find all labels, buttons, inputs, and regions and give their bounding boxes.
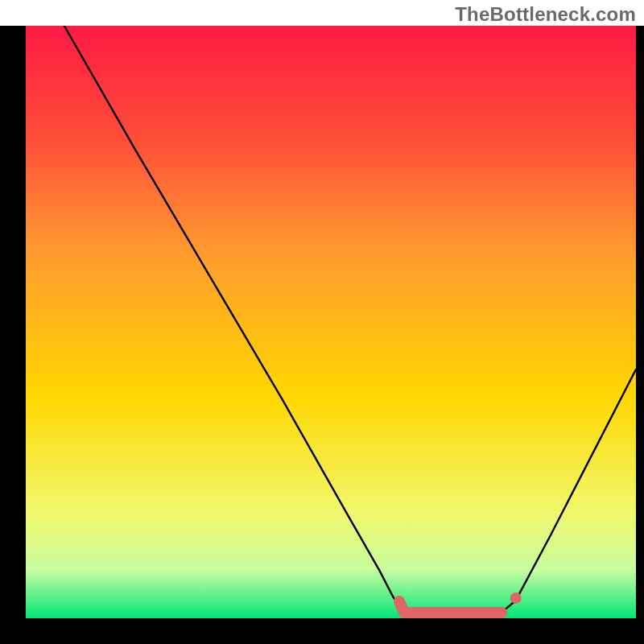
current-point-marker	[510, 592, 522, 604]
chart-frame: TheBottleneck.com	[0, 0, 644, 644]
axis-border-bottom	[0, 618, 644, 644]
bottleneck-chart	[0, 0, 644, 644]
watermark-text: TheBottleneck.com	[455, 3, 636, 26]
plot-background	[26, 26, 636, 618]
axis-border-left	[0, 26, 26, 618]
axis-border-right	[636, 26, 644, 618]
